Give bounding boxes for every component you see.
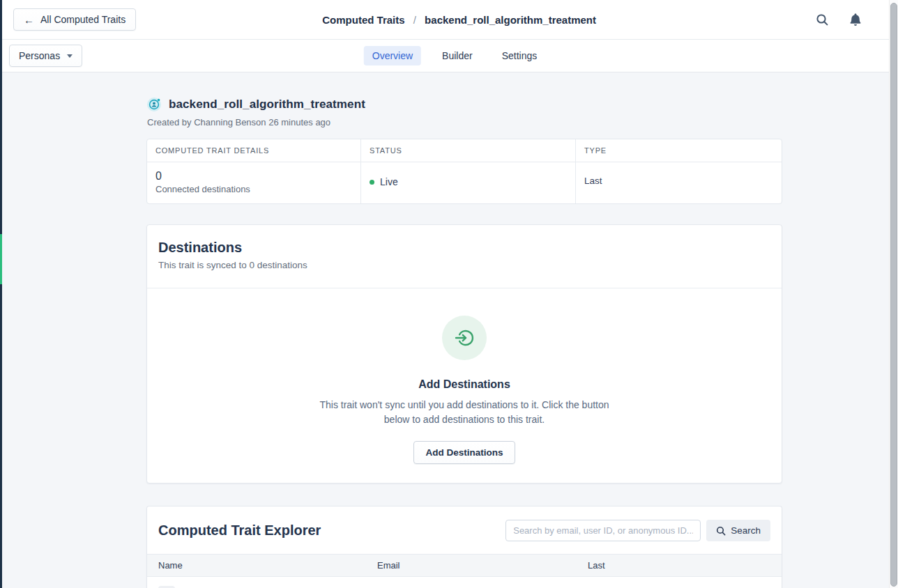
header-actions	[815, 13, 878, 26]
empty-state-title: Add Destinations	[147, 378, 782, 391]
created-by-text: Created by Channing Benson 26 minutes ag…	[147, 117, 782, 127]
vertical-scrollbar[interactable]	[889, 0, 898, 588]
details-col-header: COMPUTED TRAIT DETAILS	[147, 139, 360, 162]
type-col-header: TYPE	[575, 139, 782, 162]
breadcrumb-separator: /	[413, 14, 416, 26]
back-to-all-computed-traits-button[interactable]: ← All Computed Traits	[13, 8, 136, 31]
add-destinations-button[interactable]: Add Destinations	[413, 441, 515, 464]
scrollbar-thumb[interactable]	[890, 3, 897, 587]
chevron-down-icon	[67, 54, 73, 58]
computed-trait-user-icon	[146, 96, 162, 112]
main-area: backend_roll_algorithm_treatment Created…	[2, 72, 889, 588]
connected-destinations-label: Connected destinations	[155, 184, 352, 194]
destinations-card-header: Destinations This trait is synced to 0 d…	[147, 225, 782, 288]
destinations-title: Destinations	[158, 240, 770, 256]
back-button-label: All Computed Traits	[40, 14, 125, 25]
sidebar-active-indicator	[0, 234, 2, 284]
trait-details-table: COMPUTED TRAIT DETAILS STATUS TYPE 0 Con…	[146, 139, 782, 204]
breadcrumb-current: backend_roll_algorithm_treatment	[425, 14, 596, 26]
collapsed-sidebar-edge	[0, 0, 2, 588]
app-window: ← All Computed Traits Computed Traits / …	[2, 0, 889, 588]
tab-overview[interactable]: Overview	[364, 46, 421, 65]
secondary-nav-bar: Personas Overview Builder Settings	[2, 40, 889, 72]
trait-tabs: Overview Builder Settings	[364, 46, 546, 65]
breadcrumb-parent[interactable]: Computed Traits	[322, 14, 404, 26]
live-status-dot-icon	[370, 180, 374, 185]
details-header-row: COMPUTED TRAIT DETAILS STATUS TYPE	[147, 139, 782, 162]
search-icon[interactable]	[815, 13, 829, 26]
explorer-header: Computed Trait Explorer Search	[147, 506, 782, 554]
type-cell: Last	[575, 162, 782, 203]
table-row[interactable]: AC Arthur Chapman arthur.chapman@gmail.c…	[147, 577, 782, 588]
connected-destinations-count: 0	[155, 169, 352, 183]
destinations-card: Destinations This trait is synced to 0 d…	[146, 224, 782, 483]
breadcrumb: Computed Traits / backend_roll_algorithm…	[322, 14, 596, 26]
destinations-empty-state: Add Destinations This trait won't sync u…	[147, 288, 782, 483]
status-col-header: STATUS	[360, 139, 575, 162]
empty-state-description: This trait won't sync until you add dest…	[307, 398, 622, 427]
explorer-search-input[interactable]	[505, 520, 701, 541]
tab-builder[interactable]: Builder	[434, 46, 481, 65]
column-header-last: Last	[577, 555, 782, 576]
content-column: backend_roll_algorithm_treatment Created…	[146, 72, 782, 588]
status-value: Live	[380, 176, 398, 187]
explorer-table-header: Name Email Last	[147, 554, 782, 577]
enter-arrow-icon	[442, 316, 487, 360]
explorer-search-area: Search	[505, 520, 770, 541]
type-value: Last	[584, 169, 773, 186]
search-button-label: Search	[731, 525, 761, 536]
column-header-email: Email	[366, 555, 577, 576]
computed-trait-explorer-card: Computed Trait Explorer Search Na	[146, 506, 782, 588]
page-title: backend_roll_algorithm_treatment	[169, 98, 365, 111]
search-icon	[716, 526, 726, 536]
explorer-title: Computed Trait Explorer	[158, 523, 321, 539]
status-cell: Live	[360, 162, 575, 203]
trait-title-block: backend_roll_algorithm_treatment Created…	[146, 72, 782, 127]
details-body-row: 0 Connected destinations Live Last	[147, 162, 782, 203]
top-header-bar: ← All Computed Traits Computed Traits / …	[2, 0, 889, 40]
connected-destinations-cell: 0 Connected destinations	[147, 162, 360, 203]
personas-space-dropdown[interactable]: Personas	[9, 45, 82, 67]
tab-settings[interactable]: Settings	[494, 46, 546, 65]
notifications-bell-icon[interactable]	[848, 13, 862, 26]
personas-dropdown-label: Personas	[19, 50, 60, 61]
explorer-search-button[interactable]: Search	[706, 520, 770, 541]
column-header-name: Name	[147, 555, 366, 576]
back-arrow-icon: ←	[24, 15, 34, 25]
destinations-subtitle: This trait is synced to 0 destinations	[158, 260, 770, 270]
